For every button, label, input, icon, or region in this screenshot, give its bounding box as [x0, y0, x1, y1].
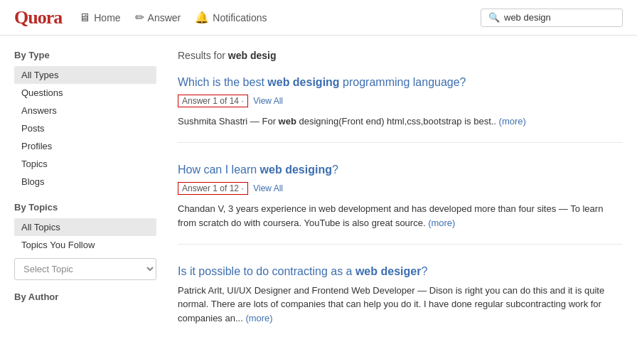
edit-icon: ✏	[135, 11, 144, 24]
sidebar-item-all-topics[interactable]: All Topics	[14, 218, 156, 236]
result-text-1: Sushmita Shastri — For web designing(Fro…	[178, 114, 623, 129]
view-all-2[interactable]: View All	[253, 183, 283, 193]
result-item: Which is the best web desiging programmi…	[178, 75, 623, 143]
result-title-3[interactable]: Is it possible to do contracting as a we…	[178, 264, 623, 279]
search-input[interactable]	[504, 12, 611, 23]
results-query: web desig	[228, 50, 277, 61]
title-highlight-1: web desiging	[267, 76, 339, 88]
more-link-1[interactable]: (more)	[499, 116, 526, 127]
nav-items: 🖥 Home ✏ Answer 🔔 Notifications	[79, 11, 481, 24]
by-topics-title: By Topics	[14, 202, 156, 213]
bell-icon: 🔔	[195, 11, 209, 24]
result-item: How can I learn web desiging? Answer 1 o…	[178, 163, 623, 245]
title-pre-3: Is it possible to do contracting as a	[178, 265, 355, 277]
answer-meta-2: Answer 1 of 12 ·	[178, 182, 248, 195]
header: Quora 🖥 Home ✏ Answer 🔔 Notifications 🔍	[0, 0, 637, 36]
nav-notifications[interactable]: 🔔 Notifications	[195, 11, 267, 24]
title-post-1: programming language?	[340, 76, 466, 88]
logo[interactable]: Quora	[14, 7, 62, 28]
more-link-3[interactable]: (more)	[245, 313, 272, 323]
answer-line-2: Answer 1 of 12 · View All	[178, 182, 623, 199]
sidebar-item-posts[interactable]: Posts	[14, 119, 156, 137]
main-container: By Type All Types Questions Answers Post…	[0, 36, 637, 364]
nav-home-label: Home	[94, 12, 120, 23]
search-box: 🔍	[481, 9, 623, 27]
sidebar-item-blogs[interactable]: Blogs	[14, 173, 156, 191]
nav-answer-label: Answer	[148, 12, 181, 23]
text-2: Chandan V, 3 years experience in web dev…	[178, 203, 603, 228]
text-pre-1: Sushmita Shastri — For	[178, 116, 279, 127]
view-all-1[interactable]: View All	[253, 96, 283, 106]
sidebar-item-topics-follow[interactable]: Topics You Follow	[14, 236, 156, 254]
content: Results for web desig Which is the best …	[178, 50, 623, 359]
sidebar-item-profiles[interactable]: Profiles	[14, 137, 156, 155]
title-pre-2: How can I learn	[178, 164, 260, 176]
text-hl-1: web	[279, 116, 296, 127]
more-link-2[interactable]: (more)	[428, 218, 455, 228]
nav-home[interactable]: 🖥 Home	[79, 11, 120, 24]
text-3: Patrick Arlt, UI/UX Designer and Fronten…	[178, 285, 604, 323]
search-icon: 🔍	[488, 12, 500, 23]
result-item: Is it possible to do contracting as a we…	[178, 264, 623, 339]
sidebar-item-answers[interactable]: Answers	[14, 102, 156, 119]
result-title-1[interactable]: Which is the best web desiging programmi…	[178, 75, 623, 90]
sidebar-item-questions[interactable]: Questions	[14, 84, 156, 102]
title-pre-1: Which is the best	[178, 76, 267, 88]
result-text-2: Chandan V, 3 years experience in web dev…	[178, 202, 623, 230]
answer-meta-1: Answer 1 of 14 ·	[178, 95, 248, 107]
home-icon: 🖥	[79, 11, 90, 24]
text-post-1: designing(Front end) html,css,bootstrap …	[296, 116, 496, 127]
nav-notifications-label: Notifications	[213, 12, 267, 23]
by-author-title: By Author	[14, 291, 156, 302]
title-post-3: ?	[421, 265, 427, 277]
results-header: Results for web desig	[178, 50, 623, 61]
result-title-2[interactable]: How can I learn web desiging?	[178, 163, 623, 178]
nav-answer[interactable]: ✏ Answer	[135, 11, 181, 24]
sidebar: By Type All Types Questions Answers Post…	[14, 50, 156, 359]
by-type-title: By Type	[14, 50, 156, 60]
title-highlight-3: web desiger	[355, 265, 421, 277]
sidebar-item-topics[interactable]: Topics	[14, 155, 156, 173]
sidebar-item-all-types[interactable]: All Types	[14, 66, 156, 84]
results-prefix: Results for	[178, 50, 228, 61]
answer-line-1: Answer 1 of 14 · View All	[178, 95, 623, 112]
title-highlight-2: web desiging	[260, 164, 332, 176]
result-text-3: Patrick Arlt, UI/UX Designer and Fronten…	[178, 284, 623, 326]
title-post-2: ?	[332, 164, 338, 176]
topics-select[interactable]: Select Topic	[14, 258, 156, 280]
